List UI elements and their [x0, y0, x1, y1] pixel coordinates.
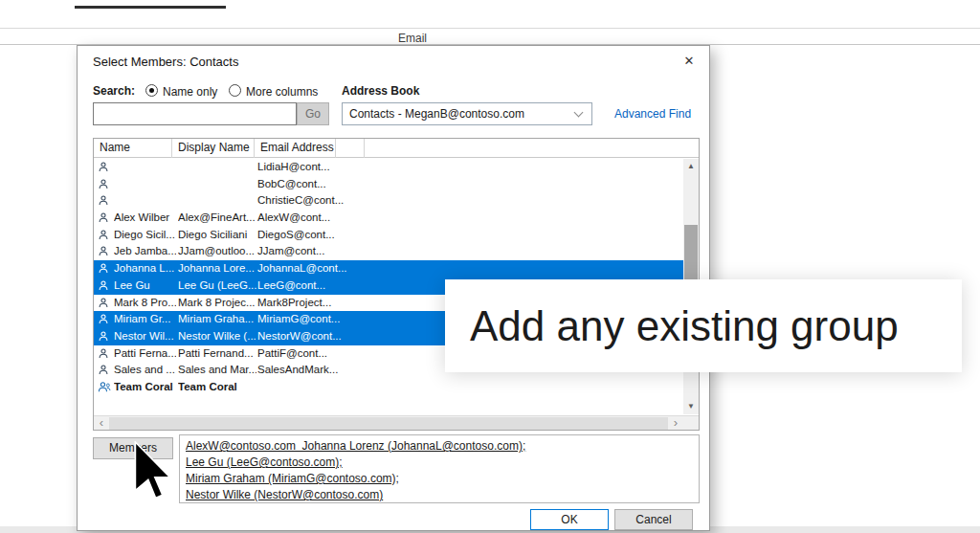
contact-row[interactable]: LidiaH@cont...: [94, 159, 683, 176]
members-field[interactable]: AlexW@contoso.com Johanna Lorenz (Johann…: [179, 434, 700, 503]
contact-name: Mark 8 Pro...: [114, 295, 176, 312]
search-label: Search:: [93, 84, 135, 98]
member-entry: AlexW@contoso.com Johanna Lorenz (Johann…: [186, 438, 693, 455]
contact-email: Mark8Project...: [257, 295, 401, 312]
person-icon: [98, 262, 109, 275]
contact-email: LidiaH@cont...: [257, 159, 401, 176]
contact-display-name: JJam@outloo...: [178, 243, 256, 260]
contact-email: MiriamG@cont...: [257, 311, 401, 328]
background-divider: [0, 28, 980, 29]
callout-banner: Add any existing group: [445, 279, 962, 372]
callout-text: Add any existing group: [470, 302, 899, 350]
contact-email: AlexW@cont...: [257, 210, 401, 227]
person-icon: [98, 364, 109, 376]
contact-email: JJam@cont...: [257, 243, 401, 260]
person-icon: [98, 279, 109, 292]
scroll-right-icon[interactable]: ›: [668, 416, 683, 431]
address-book-dropdown[interactable]: Contacts - MeganB@contoso.com: [342, 102, 592, 125]
radio-name-only-label[interactable]: Name only: [163, 85, 217, 99]
contact-display-name: Johanna Lore...: [178, 260, 256, 278]
radio-more-columns-label[interactable]: More columns: [246, 85, 318, 99]
column-header-name[interactable]: Name: [94, 139, 172, 158]
person-icon: [98, 245, 109, 257]
person-icon: [98, 211, 109, 224]
contact-display-name: Nestor Wilke (...: [178, 328, 256, 345]
contact-row[interactable]: Jeb Jamba... JJam@outloo... JJam@cont...: [94, 243, 683, 260]
contact-name: Johanna L...: [114, 260, 176, 278]
contact-display-name: Patti Fernand...: [178, 345, 256, 363]
contact-email: DiegoS@cont...: [257, 227, 401, 244]
member-entry: Lee Gu (LeeG@contoso.com);: [186, 455, 693, 471]
contact-email: LeeG@cont...: [257, 278, 401, 295]
person-icon: [98, 229, 109, 241]
radio-more-columns[interactable]: [229, 84, 241, 97]
contact-display-name: Diego Siciliani: [178, 227, 256, 244]
contact-row[interactable]: BobC@cont...: [94, 176, 683, 193]
address-book-label: Address Book: [342, 84, 419, 98]
column-header-email-address[interactable]: Email Address: [255, 139, 336, 158]
person-icon: [98, 330, 109, 343]
person-icon: [98, 161, 109, 173]
contact-row[interactable]: Johanna L... Johanna Lore... JohannaL@co…: [94, 260, 683, 278]
contact-display-name: Sales and Mar...: [178, 362, 256, 379]
horizontal-scrollbar[interactable]: ‹ ›: [94, 415, 699, 430]
member-entry: Nestor Wilke (NestorW@contoso.com): [186, 487, 693, 503]
contact-name: Alex Wilber: [114, 210, 176, 227]
contact-email: ChristieC@cont...: [257, 192, 401, 210]
contact-row[interactable]: Alex Wilber Alex@FineArt... AlexW@cont..…: [94, 210, 683, 227]
scroll-left-icon[interactable]: ‹: [94, 416, 109, 431]
person-icon: [98, 297, 109, 309]
person-icon: [98, 178, 109, 190]
ok-button[interactable]: OK: [530, 509, 609, 530]
chevron-down-icon: [574, 108, 584, 118]
horizontal-scrollbar-thumb[interactable]: [109, 417, 668, 430]
contact-row[interactable]: Team Coral Team Coral: [94, 379, 683, 396]
contact-name: Nestor Wil...: [114, 328, 176, 345]
contact-name: Miriam Gr...: [114, 311, 176, 328]
contact-name: Sales and ...: [114, 362, 176, 379]
contact-name: Lee Gu: [114, 278, 176, 295]
group-icon: [98, 381, 111, 393]
contact-email: BobC@cont...: [257, 176, 401, 193]
person-icon: [98, 194, 109, 207]
go-button[interactable]: Go: [297, 102, 329, 125]
background-tab-indicator: [75, 6, 226, 9]
address-book-value: Contacts - MeganB@contoso.com: [349, 107, 524, 121]
contact-row[interactable]: Diego Sicil... Diego Siciliani DiegoS@co…: [94, 227, 683, 244]
search-input[interactable]: [93, 102, 297, 125]
contact-name: Diego Sicil...: [114, 227, 176, 244]
contact-name: Patti Ferna...: [114, 345, 176, 363]
contact-row[interactable]: ChristieC@cont...: [94, 192, 683, 210]
contact-email: JohannaL@cont...: [257, 260, 401, 278]
contact-list-header: Name Display Name Email Address: [94, 139, 699, 158]
contact-name: Team Coral: [114, 379, 176, 396]
member-entry: Miriam Graham (MiriamG@contoso.com);: [186, 471, 693, 487]
advanced-find-link[interactable]: Advanced Find: [614, 107, 691, 121]
contact-email: NestorW@cont...: [257, 328, 401, 345]
contact-display-name: Miriam Graha...: [178, 311, 256, 328]
contact-display-name: Team Coral: [178, 379, 256, 396]
close-icon[interactable]: ✕: [677, 51, 702, 72]
cancel-button[interactable]: Cancel: [614, 509, 693, 530]
radio-name-only[interactable]: [145, 84, 158, 97]
dialog-title: Select Members: Contacts: [93, 55, 238, 69]
column-header-display-name[interactable]: Display Name: [172, 139, 255, 158]
person-icon: [98, 313, 109, 325]
scroll-down-icon[interactable]: ▼: [683, 399, 699, 414]
contact-display-name: Mark 8 Projec...: [178, 295, 256, 312]
contact-name: Jeb Jamba...: [114, 243, 176, 260]
scroll-up-icon[interactable]: ▲: [683, 159, 699, 174]
contact-email: SalesAndMark...: [257, 362, 401, 379]
contact-email: PattiF@cont...: [257, 345, 401, 363]
contact-display-name: Alex@FineArt...: [178, 210, 256, 227]
background-email-label: Email: [398, 32, 427, 45]
contact-display-name: Lee Gu (LeeG...: [178, 278, 256, 295]
cursor-arrow-icon: [134, 441, 172, 500]
person-icon: [98, 347, 109, 360]
column-header-blank: [336, 139, 365, 158]
